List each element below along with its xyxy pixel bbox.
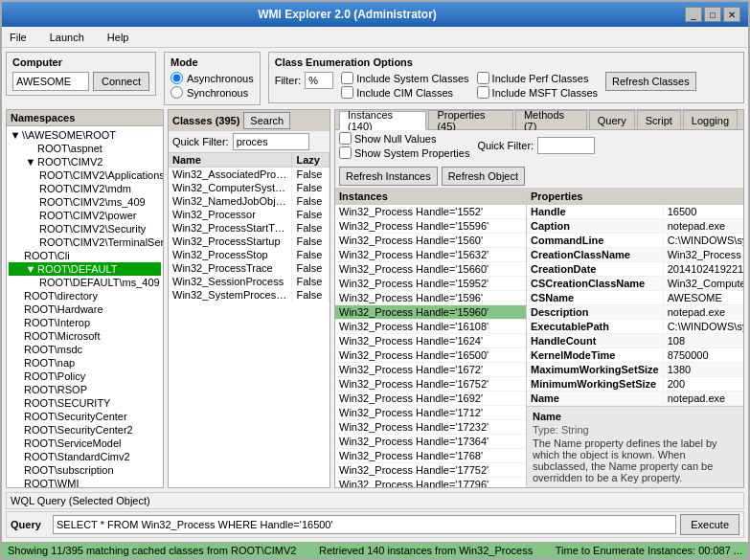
- refresh-object-button[interactable]: Refresh Object: [442, 167, 525, 186]
- close-button[interactable]: ✕: [723, 7, 740, 22]
- connect-button[interactable]: Connect: [93, 72, 149, 91]
- properties-table-container[interactable]: Handle16500Captionnotepad.exeCommandLine…: [527, 205, 743, 406]
- instances-filter-input[interactable]: [537, 137, 595, 154]
- instance-item[interactable]: Win32_Process Handle='16752': [335, 377, 526, 392]
- instance-item[interactable]: Win32_Process Handle='1596': [335, 291, 526, 305]
- instance-item[interactable]: Win32_Process Handle='1560': [335, 234, 526, 248]
- msft-classes-cb[interactable]: [477, 86, 489, 99]
- instance-item[interactable]: Win32_Process Handle='1768': [335, 449, 526, 463]
- tree-item-root[interactable]: ▼ \\AWESOME\ROOT: [9, 128, 161, 142]
- property-row[interactable]: CSNameAWESOME: [527, 291, 743, 305]
- class-row[interactable]: Win32_ProcessStopFalse: [169, 248, 330, 261]
- instance-item[interactable]: Win32_Process Handle='16108': [335, 320, 526, 334]
- property-row[interactable]: CreationDate20141024192213.929860-24: [527, 262, 743, 277]
- class-row[interactable]: Win32_ComputerSystemPro...False: [169, 181, 330, 194]
- instance-item[interactable]: Win32_Process Handle='1624': [335, 334, 526, 348]
- tree-item-standardcimv2[interactable]: ROOT\StandardCimv2: [9, 450, 161, 463]
- instance-item[interactable]: Win32_Process Handle='1672': [335, 363, 526, 377]
- tab-logging[interactable]: Logging: [683, 110, 738, 129]
- class-row[interactable]: Win32_ProcessTraceFalse: [169, 261, 330, 275]
- instance-item[interactable]: Win32_Process Handle='17232': [335, 420, 526, 435]
- tree-item-microsoft[interactable]: ROOT\Microsoft: [9, 329, 161, 343]
- computer-input[interactable]: [12, 72, 89, 91]
- tab-instances[interactable]: Instances (140): [339, 111, 426, 130]
- property-row[interactable]: Captionnotepad.exe: [527, 219, 743, 234]
- tree-item-defaultms409[interactable]: ROOT\DEFAULT\ms_409: [9, 276, 161, 289]
- tree-item-aspnet[interactable]: ROOT\aspnet: [9, 142, 161, 155]
- tree-item-power[interactable]: ROOT\CIMV2\power: [9, 209, 161, 222]
- instance-item[interactable]: Win32_Process Handle='17752': [335, 463, 526, 478]
- class-row[interactable]: Win32_SystemProcessesFalse: [169, 288, 330, 302]
- toggle-default[interactable]: ▼: [24, 263, 37, 275]
- tree-item-nap[interactable]: ROOT\nap: [9, 356, 161, 370]
- tree-item-securitycenter2[interactable]: ROOT\SecurityCenter2: [9, 423, 161, 437]
- tree-item-servicemodel[interactable]: ROOT\ServiceModel: [9, 437, 161, 450]
- class-row[interactable]: Win32_ProcessorFalse: [169, 208, 330, 221]
- instances-list[interactable]: Instances Win32_Process Handle='1552'Win…: [335, 189, 527, 487]
- property-row[interactable]: CreationClassNameWin32_Process: [527, 248, 743, 262]
- tree-item-directory[interactable]: ROOT\directory: [9, 289, 161, 302]
- refresh-instances-button[interactable]: Refresh Instances: [339, 167, 438, 186]
- instance-item[interactable]: Win32_Process Handle='1712': [335, 406, 526, 420]
- search-button[interactable]: Search: [243, 112, 290, 129]
- property-row[interactable]: KernelModeTime8750000: [527, 348, 743, 363]
- instance-item[interactable]: Win32_Process Handle='1552': [335, 205, 526, 219]
- tree-item-default[interactable]: ▼ ROOT\DEFAULT: [9, 262, 161, 276]
- tree-item-termservice[interactable]: ROOT\CIMV2\TerminalService: [9, 235, 161, 249]
- tree-item-ms409[interactable]: ROOT\CIMV2\ms_409: [9, 195, 161, 209]
- tree-item-cli[interactable]: ROOT\Cli: [9, 249, 161, 262]
- cim-classes-cb[interactable]: [341, 86, 353, 99]
- execute-button[interactable]: Execute: [680, 514, 739, 535]
- property-row[interactable]: CSCreationClassNameWin32_ComputerSystem: [527, 277, 743, 291]
- refresh-classes-button[interactable]: Refresh Classes: [605, 72, 696, 91]
- show-null-cb[interactable]: [339, 132, 352, 145]
- property-row[interactable]: ExecutablePathC:\WINDOWS\system32\NC: [527, 320, 743, 334]
- menu-help[interactable]: Help: [103, 30, 133, 45]
- tree-item-security[interactable]: ROOT\CIMV2\Security: [9, 222, 161, 235]
- instance-item[interactable]: Win32_Process Handle='15952': [335, 277, 526, 291]
- class-row[interactable]: Win32_ProcessStartTraceFalse: [169, 221, 330, 235]
- property-row[interactable]: CommandLineC:\WINDOWS\system32\N: [527, 234, 743, 248]
- property-row[interactable]: MaximumWorkingSetSize1380: [527, 363, 743, 377]
- tree-item-wmi[interactable]: ROOT\WMI: [9, 477, 161, 487]
- minimize-button[interactable]: _: [685, 7, 702, 22]
- property-row[interactable]: Descriptionnotepad.exe: [527, 305, 743, 320]
- tree-item-rsop[interactable]: ROOT\RSOP: [9, 383, 161, 396]
- system-classes-cb[interactable]: [341, 72, 353, 84]
- menu-launch[interactable]: Launch: [46, 30, 88, 45]
- property-row[interactable]: HandleCount108: [527, 334, 743, 348]
- tab-methods[interactable]: Methods (7): [515, 110, 587, 129]
- perf-classes-cb[interactable]: [477, 72, 489, 84]
- classes-list[interactable]: Name Lazy Win32_AssociatedProcesso...Fal…: [169, 153, 330, 487]
- tree-item-subscription[interactable]: ROOT\subscription: [9, 463, 161, 477]
- tree-item-cimv2[interactable]: ▼ ROOT\CIMV2: [9, 155, 161, 168]
- tab-properties[interactable]: Properties (45): [428, 110, 512, 129]
- instance-item[interactable]: Win32_Process Handle='17796': [335, 478, 526, 487]
- tree-item-hardware[interactable]: ROOT\Hardware: [9, 302, 161, 316]
- wql-input[interactable]: [53, 515, 676, 534]
- class-row[interactable]: Win32_SessionProcessFalse: [169, 275, 330, 288]
- tree-item-policy[interactable]: ROOT\Policy: [9, 370, 161, 383]
- show-system-props-cb[interactable]: [339, 146, 352, 159]
- instance-item[interactable]: Win32_Process Handle='1692': [335, 392, 526, 406]
- tree-item-interop[interactable]: ROOT\Interop: [9, 316, 161, 329]
- tree-item-securitycenter[interactable]: ROOT\SecurityCenter: [9, 410, 161, 423]
- class-row[interactable]: Win32_ProcessStartupFalse: [169, 235, 330, 248]
- namespaces-tree[interactable]: ▼ \\AWESOME\ROOT ROOT\aspnet ▼ ROOT\CIMV…: [7, 126, 163, 487]
- class-row[interactable]: Win32_NamedJobObjectPr...False: [169, 194, 330, 208]
- instance-item[interactable]: Win32_Process Handle='15632': [335, 248, 526, 262]
- maximize-button[interactable]: □: [704, 7, 721, 22]
- toggle-root[interactable]: ▼: [9, 129, 22, 141]
- classes-filter-input[interactable]: [233, 133, 309, 150]
- instance-item[interactable]: Win32_Process Handle='15960': [335, 305, 526, 320]
- tree-item-mdm[interactable]: ROOT\CIMV2\mdm: [9, 182, 161, 195]
- property-row[interactable]: MinimumWorkingSetSize200: [527, 377, 743, 392]
- instance-item[interactable]: Win32_Process Handle='15596': [335, 219, 526, 234]
- async-radio[interactable]: [170, 72, 183, 84]
- instance-item[interactable]: Win32_Process Handle='17364': [335, 435, 526, 449]
- toggle-cimv2[interactable]: ▼: [24, 156, 37, 168]
- tree-item-security2[interactable]: ROOT\SECURITY: [9, 396, 161, 410]
- property-row[interactable]: Handle16500: [527, 205, 743, 219]
- sync-radio[interactable]: [170, 86, 183, 99]
- menu-file[interactable]: File: [6, 30, 31, 45]
